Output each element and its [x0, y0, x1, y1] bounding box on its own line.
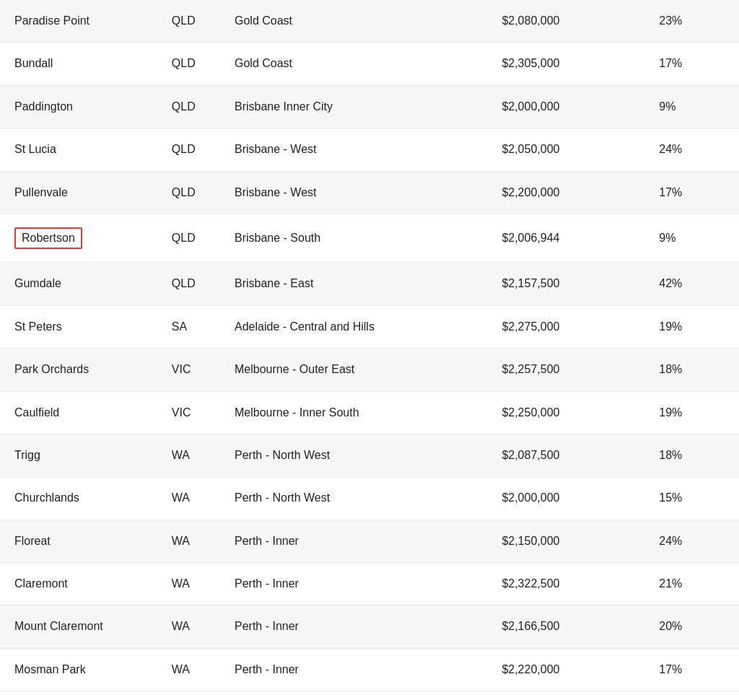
region-cell: Perth - North West: [220, 434, 487, 476]
region-cell: Perth - Inner: [220, 520, 487, 562]
median-price-cell: $2,000,000: [487, 477, 644, 520]
region-cell: Gold Coast: [220, 0, 487, 43]
state-cell: WA: [157, 648, 220, 691]
state-cell: QLD: [157, 85, 220, 128]
suburb-cell: Park Orchards: [0, 349, 157, 391]
table-row: CaulfieldVICMelbourne - Inner South$2,25…: [0, 391, 739, 434]
suburb-cell: Claremont: [0, 563, 157, 605]
state-cell: QLD: [157, 263, 220, 305]
suburb-cell: Mosman Park: [0, 648, 157, 691]
median-price-cell: $2,275,000: [487, 305, 644, 348]
region-cell: Melbourne - Outer East: [220, 349, 487, 391]
table-row: ChurchlandsWAPerth - North West$2,000,00…: [0, 477, 739, 520]
change-cell: 9%: [644, 214, 739, 262]
table-row: GumdaleQLDBrisbane - East$2,157,50042%: [0, 263, 739, 305]
table-row: RobertsonQLDBrisbane - South$2,006,9449%: [0, 214, 739, 262]
table-container: Paradise PointQLDGold Coast$2,080,00023%…: [0, 0, 739, 700]
state-cell: VIC: [157, 391, 220, 434]
median-price-cell: $2,305,000: [487, 43, 644, 85]
suburb-cell: Gumdale: [0, 263, 157, 305]
state-cell: WA: [157, 520, 220, 562]
state-cell: QLD: [157, 171, 220, 214]
table-row: PaddingtonQLDBrisbane Inner City$2,000,0…: [0, 85, 739, 128]
table-row: St PetersSAAdelaide - Central and Hills$…: [0, 305, 739, 348]
median-price-cell: $2,050,000: [487, 128, 644, 171]
median-price-cell: $2,150,000: [487, 520, 644, 562]
state-cell: WA: [157, 477, 220, 520]
table-row: PullenvaleQLDBrisbane - West$2,200,00017…: [0, 171, 739, 214]
region-cell: Brisbane - West: [220, 171, 487, 214]
state-cell: QLD: [157, 128, 220, 171]
region-cell: Perth - Inner: [220, 648, 487, 691]
median-price-cell: $2,080,000: [487, 0, 644, 43]
suburb-cell: Robertson: [0, 214, 157, 262]
region-cell: Gold Coast: [220, 43, 487, 85]
table-row: BundallQLDGold Coast$2,305,00017%: [0, 43, 739, 85]
state-cell: WA: [157, 563, 220, 605]
table-row: Mosman ParkWAPerth - Inner$2,220,00017%: [0, 648, 739, 691]
suburb-cell: Churchlands: [0, 477, 157, 520]
change-cell: 19%: [644, 305, 739, 348]
suburb-cell: Paradise Point: [0, 0, 157, 43]
change-cell: 17%: [644, 43, 739, 85]
suburb-cell: Pullenvale: [0, 171, 157, 214]
change-cell: 23%: [644, 0, 739, 43]
change-cell: 19%: [644, 391, 739, 434]
suburb-cell: Caulfield: [0, 391, 157, 434]
suburb-cell: Paddington: [0, 85, 157, 128]
change-cell: 24%: [644, 520, 739, 562]
change-cell: 17%: [644, 171, 739, 214]
region-cell: Perth - Inner: [220, 563, 487, 605]
region-cell: Brisbane - East: [220, 263, 487, 305]
median-price-cell: $2,087,500: [487, 434, 644, 476]
state-cell: QLD: [157, 214, 220, 262]
table-row: Paradise PointQLDGold Coast$2,080,00023%: [0, 0, 739, 43]
state-cell: SA: [157, 305, 220, 348]
region-cell: Melbourne - Inner South: [220, 391, 487, 434]
region-cell: Perth - Inner: [220, 605, 487, 648]
region-cell: Adelaide - Central and Hills: [220, 305, 487, 348]
median-price-cell: $2,166,500: [487, 605, 644, 648]
table-row: TriggWAPerth - North West$2,087,50018%: [0, 434, 739, 476]
median-price-cell: $2,200,000: [487, 171, 644, 214]
suburb-cell: St Peters: [0, 305, 157, 348]
highlighted-suburb: Robertson: [14, 227, 82, 249]
region-cell: Brisbane Inner City: [220, 85, 487, 128]
change-cell: 15%: [644, 477, 739, 520]
median-price-cell: $2,322,500: [487, 563, 644, 605]
state-cell: WA: [157, 605, 220, 648]
suburb-cell: Mount Claremont: [0, 605, 157, 648]
suburbs-table: Paradise PointQLDGold Coast$2,080,00023%…: [0, 0, 739, 691]
change-cell: 24%: [644, 128, 739, 171]
change-cell: 18%: [644, 349, 739, 391]
suburb-cell: Bundall: [0, 43, 157, 85]
change-cell: 18%: [644, 434, 739, 476]
state-cell: VIC: [157, 349, 220, 391]
median-price-cell: $2,250,000: [487, 391, 644, 434]
change-cell: 20%: [644, 605, 739, 648]
suburb-cell: Floreat: [0, 520, 157, 562]
state-cell: QLD: [157, 43, 220, 85]
table-row: Mount ClaremontWAPerth - Inner$2,166,500…: [0, 605, 739, 648]
table-row: ClaremontWAPerth - Inner$2,322,50021%: [0, 563, 739, 605]
median-price-cell: $2,257,500: [487, 349, 644, 391]
suburb-cell: Trigg: [0, 434, 157, 476]
region-cell: Brisbane - South: [220, 214, 487, 262]
median-price-cell: $2,000,000: [487, 85, 644, 128]
table-row: Park OrchardsVICMelbourne - Outer East$2…: [0, 349, 739, 391]
change-cell: 42%: [644, 263, 739, 305]
median-price-cell: $2,006,944: [487, 214, 644, 262]
region-cell: Brisbane - West: [220, 128, 487, 171]
median-price-cell: $2,220,000: [487, 648, 644, 691]
change-cell: 21%: [644, 563, 739, 605]
change-cell: 17%: [644, 648, 739, 691]
state-cell: QLD: [157, 0, 220, 43]
median-price-cell: $2,157,500: [487, 263, 644, 305]
suburb-cell: St Lucia: [0, 128, 157, 171]
table-row: St LuciaQLDBrisbane - West$2,050,00024%: [0, 128, 739, 171]
state-cell: WA: [157, 434, 220, 476]
table-row: FloreatWAPerth - Inner$2,150,00024%: [0, 520, 739, 562]
region-cell: Perth - North West: [220, 477, 487, 520]
change-cell: 9%: [644, 85, 739, 128]
